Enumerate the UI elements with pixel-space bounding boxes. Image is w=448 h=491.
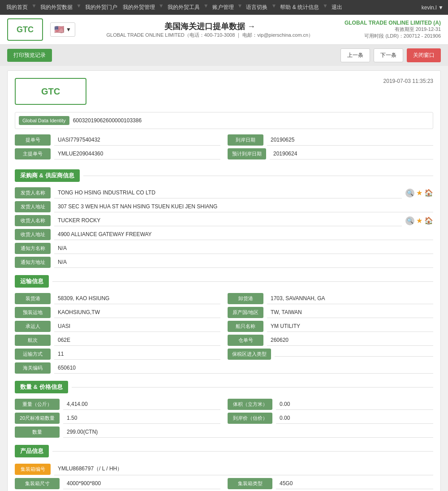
transport-section-header: 运输信息 xyxy=(15,275,433,288)
origin-country-row: 原产国/地区 TW, TAIWAN xyxy=(228,307,433,318)
supplier-section-title: 采购商 & 供应商信息 xyxy=(15,169,80,182)
volume-value: 0.00 xyxy=(276,399,433,410)
bill-no-value: UASI7797540432 xyxy=(54,134,220,146)
notify-addr-label: 通知方地址 xyxy=(15,257,51,268)
container-type-label: 集装箱类型 xyxy=(228,478,272,489)
consignee-name-label: 收货人名称 xyxy=(15,215,51,226)
nav-tools[interactable]: 我的外贸工具 xyxy=(166,3,202,12)
planned-arrival-value: 20190624 xyxy=(270,148,433,159)
quantity-label: 数量 xyxy=(15,426,60,438)
arrival-date-label: 到岸日期 xyxy=(228,134,263,146)
shipper-addr-label: 发货人地址 xyxy=(15,201,51,212)
loading-port-value: 58309, KAO HSIUNG xyxy=(54,293,220,304)
arrival-date-value: 20190625 xyxy=(267,134,433,146)
origin-country-value: TW, TAIWAN xyxy=(267,307,433,318)
global-data-identity-value: 60032019062600000103386 xyxy=(73,117,142,124)
shipper-home-icon[interactable]: 🏠 xyxy=(424,189,433,197)
container-size-label: 集装箱尺寸 xyxy=(15,478,60,489)
nav-help[interactable]: 帮助 & 统计信息 xyxy=(278,3,321,12)
std-container-label: 20尺标准箱数量 xyxy=(15,413,60,424)
consignee-search-icon[interactable]: 🔍 xyxy=(405,216,414,225)
voyage-value: 062E xyxy=(54,335,220,346)
vessel-name-value: YM UTILITY xyxy=(267,321,433,332)
planned-arrival-col: 预计到岸日期 20190624 xyxy=(228,148,433,162)
nav-home[interactable]: 我的首页 xyxy=(4,3,30,12)
prev-button[interactable]: 上一条 xyxy=(340,48,370,62)
quantity-value: 299.00(CTN) xyxy=(63,426,433,438)
quantity-section-title: 数量 & 价格信息 xyxy=(15,381,68,393)
std-container-value: 1.50 xyxy=(63,413,220,424)
quantity-only-row: 数量 299.00(CTN) xyxy=(15,426,433,438)
carrier-label: 承运人 xyxy=(15,321,51,332)
product-section-line xyxy=(52,451,433,452)
nav-trade-data[interactable]: 我的外贸数据 xyxy=(39,3,74,12)
container-code-label: 集装箱编号 xyxy=(15,464,51,475)
loading-place-value: KAOHSIUNG,TW xyxy=(54,307,220,318)
consignee-icons: 🔍 ★ 🏠 xyxy=(405,216,433,225)
notify-name-label: 通知方名称 xyxy=(15,243,51,254)
shipper-star-icon[interactable]: ★ xyxy=(416,189,422,197)
header-right: GLOBAL TRADE ONLINE LIMITED (A) 有效期至 201… xyxy=(345,20,441,39)
user-menu[interactable]: kevin.l ▼ xyxy=(422,4,444,11)
transport-mode-row-inner: 运输方式 11 xyxy=(15,349,220,360)
unloading-port-label: 卸货港 xyxy=(228,293,263,304)
notify-name-value: N/A xyxy=(54,243,433,254)
doc-logo: GTC xyxy=(15,78,86,105)
transport-section-line xyxy=(52,281,433,282)
volume-row: 体积（立方米） 0.00 xyxy=(228,399,433,410)
weight-value: 4,414.00 xyxy=(63,399,220,410)
language-flag-button[interactable]: 🇺🇸 ▼ xyxy=(50,22,75,37)
nav-account[interactable]: 账户管理 xyxy=(211,3,236,12)
contact-info: GLOBAL TRADE ONLINE LIMITED（电话：400-710-3… xyxy=(107,32,314,39)
header-title-section: 美国海关进口提单数据 → GLOBAL TRADE ONLINE LIMITED… xyxy=(107,21,314,39)
customs-code-row: 海关编码 650610 xyxy=(15,362,433,374)
nav-logout[interactable]: 退出 xyxy=(330,3,344,12)
nav-management[interactable]: 我的外贸管理 xyxy=(121,3,157,12)
origin-country-label: 原产国/地区 xyxy=(228,307,263,318)
consignee-home-icon[interactable]: 🏠 xyxy=(424,216,433,225)
std-container-row: 20尺标准箱数量 1.50 xyxy=(15,413,220,424)
logo-text: GTC xyxy=(17,25,34,34)
planned-arrival-label: 预计到岸日期 xyxy=(228,148,266,159)
loading-port-row: 装货港 58309, KAO HSIUNG xyxy=(15,293,220,304)
transport-mode-label: 运输方式 xyxy=(15,349,51,360)
document-header: GTC 2019-07-03 11:35:23 xyxy=(15,78,433,105)
container-size-row-inner: 集装箱尺寸 4000*900*800 xyxy=(15,478,220,489)
next-button[interactable]: 下一条 xyxy=(374,48,403,62)
container-no-row: 仓单号 260620 xyxy=(228,335,433,346)
transport-section-title: 运输信息 xyxy=(15,275,49,288)
page-header: GTC 🇺🇸 ▼ 美国海关进口提单数据 → GLOBAL TRADE ONLIN… xyxy=(0,15,448,45)
consignee-star-icon[interactable]: ★ xyxy=(416,216,422,225)
container-size-row: 集装箱尺寸 4000*900*800 集装箱类型 45G0 xyxy=(15,478,433,491)
bill-no-col: 提单号 UASI7797540432 xyxy=(15,134,220,148)
consignee-addr-label: 收货人地址 xyxy=(15,229,51,240)
shipper-addr-row: 发货人地址 307 SEC 3 WEN HUA ST NAN HSING TSU… xyxy=(15,201,433,212)
loading-port-label: 装货港 xyxy=(15,293,51,304)
nav-buttons: 上一条 下一条 关闭窗口 xyxy=(340,48,441,62)
flag-dropdown-icon: ▼ xyxy=(66,26,71,33)
transport-mode-value: 11 xyxy=(54,349,220,360)
master-bill-value: YMLUE209044360 xyxy=(54,148,220,159)
unloading-port-row: 卸货港 1703, SAVANNAH, GA xyxy=(228,293,433,304)
weight-row: 重量（公斤） 4,414.00 体积（立方米） 0.00 xyxy=(15,399,433,413)
container-no-label: 仓单号 xyxy=(228,335,263,346)
nav-links: 我的首页 ▼ 我的外贸数据 ▼ 我的外贸门户 我的外贸管理 ▼ 我的外贸工具 ▼… xyxy=(4,3,344,12)
loading-place-label: 预装运地 xyxy=(15,307,51,318)
shipper-search-icon[interactable]: 🔍 xyxy=(405,189,414,198)
close-button[interactable]: 关闭窗口 xyxy=(407,48,441,62)
volume-label: 体积（立方米） xyxy=(228,399,272,410)
container-size-value: 4000*900*800 xyxy=(63,478,220,489)
notify-addr-value: N/A xyxy=(54,257,433,268)
header-left: GTC 🇺🇸 ▼ xyxy=(7,18,75,41)
nav-portal[interactable]: 我的外贸门户 xyxy=(83,3,119,12)
nav-language[interactable]: 语言切换 xyxy=(244,3,269,12)
consignee-name-value: TUCKER ROCKY xyxy=(54,215,402,226)
arrival-date-row: 到岸日期 20190625 xyxy=(228,134,433,146)
ftz-type-row: 保税区进入类型 xyxy=(228,349,433,360)
print-button[interactable]: 打印预览记录 xyxy=(7,49,52,62)
document-datetime: 2019-07-03 11:35:23 xyxy=(383,78,433,84)
shipper-name-label: 发货人名称 xyxy=(15,187,51,198)
global-data-identity-row: Global Data Identity 6003201906260000010… xyxy=(15,112,433,129)
container-no-value: 260620 xyxy=(267,335,433,346)
quantity-section-line xyxy=(72,387,433,388)
